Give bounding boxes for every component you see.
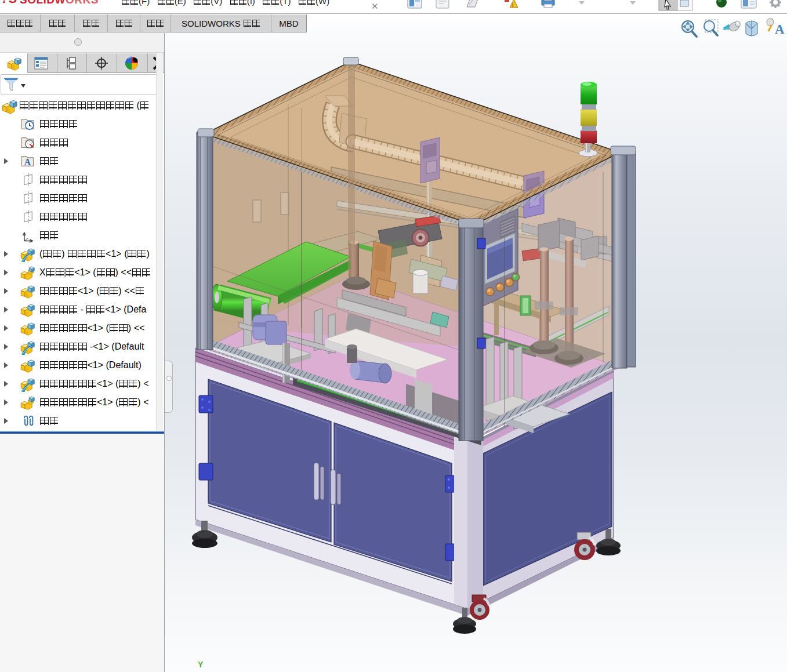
svg-text:!: ! bbox=[512, 2, 514, 8]
svg-text:A: A bbox=[775, 22, 785, 37]
